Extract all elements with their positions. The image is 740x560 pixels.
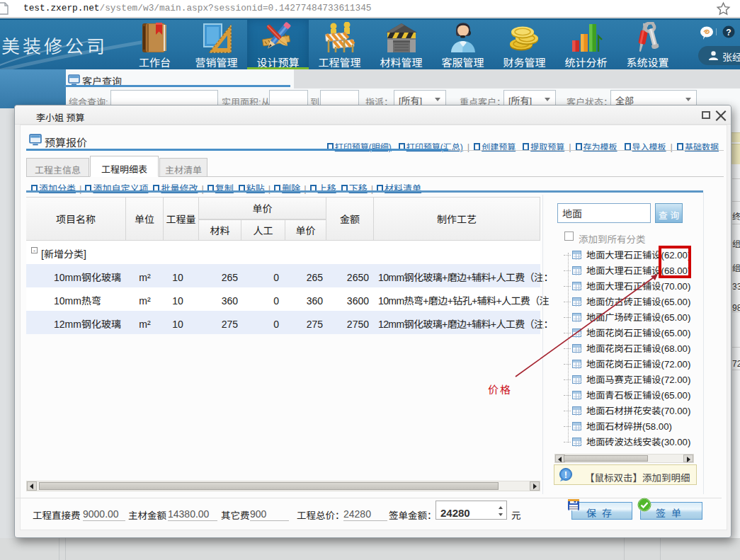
svg-text:?: ?	[726, 28, 731, 38]
svg-text:!: !	[564, 469, 567, 480]
